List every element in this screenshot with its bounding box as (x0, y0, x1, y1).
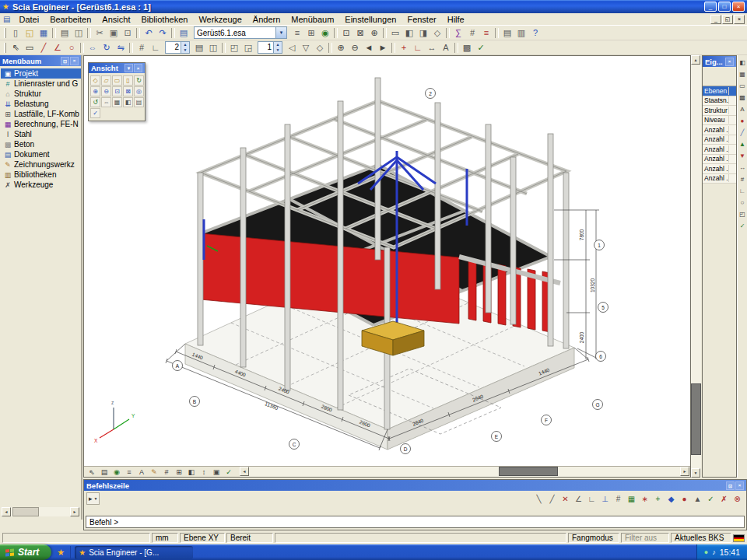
snap-node-icon[interactable]: + (651, 493, 665, 505)
menu-datei[interactable]: Datei (13, 14, 44, 25)
light-icon[interactable]: ○ (738, 198, 747, 207)
snap-point-icon[interactable]: ∗ (638, 493, 651, 505)
tree-item-beton[interactable]: ▩ Beton (1, 139, 81, 149)
zoom-all-icon[interactable]: ⊠ (353, 26, 367, 39)
save-icon[interactable]: ▦ (37, 26, 51, 39)
view-y-icon[interactable]: ▽ (299, 41, 313, 54)
minimize-button[interactable]: _ (704, 2, 717, 12)
add-icon[interactable]: ⊞ (173, 467, 185, 477)
property-row-ebenen[interactable]: Ebenen (703, 86, 736, 96)
box-icon[interactable]: ▣ (210, 467, 223, 477)
menu-bibliotheken[interactable]: Bibliotheken (135, 14, 193, 25)
snap-lock-icon[interactable]: ⊗ (731, 493, 744, 505)
snap-center-icon[interactable]: ● (678, 493, 691, 505)
property-row-struktur[interactable]: Struktur (703, 106, 736, 116)
mdi-restore-button[interactable]: ◱ (722, 15, 733, 24)
scroll-down-icon[interactable]: ▼ (691, 468, 700, 478)
labels-icon[interactable]: A (738, 104, 747, 114)
clip-box-icon[interactable]: ▦ (112, 97, 122, 107)
print-preview-icon[interactable]: ◫ (72, 26, 86, 39)
viewport-horizontal-scrollbar[interactable]: ◄ ► (240, 467, 689, 477)
ucs-field[interactable]: Aktuelles BKS (671, 533, 731, 543)
scrollbar-track[interactable] (691, 65, 701, 468)
tree-item-lastfaelle[interactable]: ⊞ Lastfälle, LF-Komb (1, 109, 81, 119)
copy-icon[interactable]: ▣ (107, 26, 121, 39)
ucs-icon[interactable]: ∟ (149, 41, 163, 54)
zoom-out-icon[interactable]: ⊖ (101, 86, 111, 96)
tree-horizontal-scrollbar[interactable]: ◄ ► (2, 507, 79, 516)
redo-icon[interactable]: ↷ (156, 26, 170, 39)
scrollbar-thumb[interactable] (499, 467, 558, 476)
annotate-icon[interactable]: A (439, 41, 453, 54)
scrollbar-track[interactable] (249, 467, 680, 477)
menu-ansicht[interactable]: Ansicht (96, 14, 135, 25)
ansicht-palette[interactable]: Ansicht ▼ × ◇▱▭▯↻⊕⊖⊡⊠◎↺⇔▦◧▤✓ (88, 62, 146, 121)
clip-icon[interactable]: ◰ (738, 209, 747, 219)
toolbar-grip[interactable] (4, 43, 6, 53)
mdi-minimize-button[interactable]: _ (710, 15, 721, 24)
zoom-in-icon[interactable]: ⊕ (334, 41, 348, 54)
close-button[interactable]: × (732, 2, 745, 12)
snap-off-icon[interactable]: ✗ (717, 493, 731, 505)
tree-item-werkzeuge[interactable]: ✗ Werkzeuge (1, 180, 81, 190)
document-icon[interactable]: ▤ (500, 26, 514, 39)
spinner-down-icon[interactable]: ▼ (274, 47, 282, 53)
undo-icon[interactable]: ↶ (142, 26, 156, 39)
work-plane-field[interactable]: Ebene XY (180, 533, 225, 543)
results-icon[interactable]: ≡ (479, 26, 493, 39)
view-x-icon[interactable]: ◁ (285, 41, 299, 54)
loads-icon[interactable]: ▼ (738, 151, 747, 160)
menu-fenster[interactable]: Fenster (402, 14, 441, 25)
visibility-icon[interactable]: ◉ (318, 26, 332, 39)
print-icon[interactable]: ▤ (58, 26, 72, 39)
mirror-icon[interactable]: ⇋ (114, 41, 128, 54)
maximize-button[interactable]: □ (718, 2, 731, 12)
polyline-icon[interactable]: ∠ (51, 41, 65, 54)
view-yz-icon[interactable]: ▯ (123, 75, 133, 86)
open-file-icon[interactable]: ◱ (23, 26, 37, 39)
tree-item-dokument[interactable]: ▤ Dokument (1, 149, 81, 159)
hidden-line-icon[interactable]: ◨ (416, 26, 430, 39)
line-icon[interactable]: ╱ (37, 41, 51, 54)
menu-einstellungen[interactable]: Einstellungen (339, 14, 402, 25)
scrollbar-thumb[interactable] (691, 383, 701, 455)
level-spinner[interactable]: 1 ▲▼ (258, 41, 282, 54)
snap-ortho-icon[interactable]: ∟ (585, 493, 598, 505)
render-mode-icon[interactable]: ◧ (738, 58, 747, 67)
scrollbar-track[interactable] (11, 507, 70, 516)
zoom-selection-icon[interactable]: ◎ (134, 86, 144, 96)
combo-dropdown-icon[interactable]: ▼ (275, 27, 286, 38)
calculation-icon[interactable]: ∑ (451, 26, 465, 39)
menu-werkzeuge[interactable]: Werkzeuge (193, 14, 247, 25)
scia-task-button[interactable]: ★ Scia Engineer - [G... (75, 546, 193, 559)
shaded-icon[interactable]: ◧ (402, 26, 416, 39)
scia-quicklaunch-icon[interactable]: ★ (57, 548, 65, 558)
properties-header[interactable]: Eig... × (703, 56, 736, 67)
snap-grid-icon[interactable]: # (612, 493, 625, 505)
units-field[interactable]: mm (152, 533, 178, 543)
scrollbar-thumb[interactable] (12, 507, 39, 516)
supports-icon[interactable]: ▲ (738, 139, 747, 149)
render-icon[interactable]: ▩ (460, 41, 474, 54)
labels-icon[interactable]: A (135, 467, 148, 477)
property-row-anzahl-1[interactable]: Anzahl ... (703, 125, 736, 135)
grid-icon[interactable]: # (160, 467, 173, 477)
pan-view-icon[interactable]: ⇔ (101, 97, 111, 107)
property-row-niveau[interactable]: Niveau (703, 116, 736, 126)
circle-icon[interactable]: ○ (65, 41, 79, 54)
clipping-box-icon[interactable]: ◰ (227, 41, 241, 54)
mdi-document-icon[interactable]: ▤ (3, 15, 10, 23)
snap-on-icon[interactable]: ✓ (704, 493, 717, 505)
clock[interactable]: 15:41 (720, 548, 740, 557)
layers-icon[interactable]: ≡ (290, 26, 304, 39)
activity-icon[interactable]: ◫ (206, 41, 220, 54)
close-icon[interactable]: × (735, 481, 744, 490)
view-axo-icon[interactable]: ◇ (90, 75, 100, 86)
scroll-up-icon[interactable]: ▲ (691, 55, 700, 65)
snap-perpendicular-icon[interactable]: ⊥ (598, 493, 612, 505)
tree-item-linienraster[interactable]: # Linienraster und G (1, 79, 81, 89)
select-filter-icon[interactable]: ⇖ (86, 467, 98, 477)
spinner-up-icon[interactable]: ▲ (274, 42, 282, 47)
tree-item-struktur[interactable]: ⌂ Struktur (1, 89, 81, 99)
property-row-anzahl-5[interactable]: Anzahl ... (703, 164, 736, 174)
